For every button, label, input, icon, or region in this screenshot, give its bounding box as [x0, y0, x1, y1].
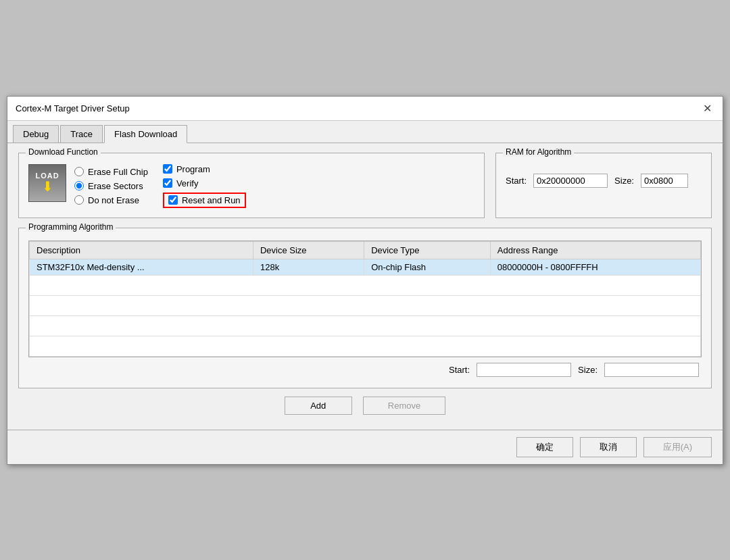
erase-full-chip-option[interactable]: Erase Full Chip: [74, 167, 148, 177]
remove-button[interactable]: Remove: [363, 397, 445, 415]
footer: 确定 取消 应用(A): [7, 430, 723, 464]
col-device-size: Device Size: [253, 241, 364, 259]
cell-device-type: On-chip Flash: [364, 259, 491, 275]
erase-full-chip-radio[interactable]: [74, 167, 84, 176]
cell-description: STM32F10x Med-density ...: [30, 259, 253, 275]
ram-size-label: Size:: [614, 176, 634, 186]
reset-and-run-option[interactable]: Reset and Run: [168, 195, 241, 205]
main-window: Cortex-M Target Driver Setup ✕ Debug Tra…: [7, 96, 723, 465]
programming-algorithm-section: Programming Algorithm Description Device…: [18, 228, 712, 388]
erase-options: Erase Full Chip Erase Sectors Do not Era…: [74, 164, 148, 208]
tab-bar: Debug Trace Flash Download: [7, 121, 723, 143]
table-empty-row: [30, 315, 701, 336]
tab-trace[interactable]: Trace: [60, 125, 103, 143]
tab-debug[interactable]: Debug: [13, 125, 59, 143]
programming-algorithm-label: Programming Algorithm: [26, 222, 116, 232]
ram-start-label: Start:: [506, 176, 527, 186]
table-empty-row: [30, 295, 701, 315]
program-checkbox[interactable]: [163, 164, 172, 174]
tab-flash-download[interactable]: Flash Download: [104, 125, 187, 143]
reset-and-run-checkbox[interactable]: [168, 195, 178, 205]
ram-start-input[interactable]: 0x20000000: [533, 174, 608, 188]
algo-size-input[interactable]: [604, 363, 699, 377]
df-inner: LOAD ⬇ Erase Full Chip Erase Sectors: [28, 164, 474, 208]
main-content: Download Function LOAD ⬇ Erase Full Chi: [7, 143, 723, 430]
algo-start-label: Start:: [449, 365, 470, 375]
window-title: Cortex-M Target Driver Setup: [16, 103, 130, 113]
top-section: Download Function LOAD ⬇ Erase Full Chi: [18, 153, 712, 218]
table-row[interactable]: STM32F10x Med-density ... 128k On-chip F…: [30, 259, 701, 275]
cell-address-range: 08000000H - 0800FFFFH: [490, 259, 700, 275]
apply-button[interactable]: 应用(A): [643, 437, 712, 457]
erase-sectors-radio[interactable]: [74, 181, 84, 190]
ram-fields: Start: 0x20000000 Size: 0x0800: [506, 174, 702, 188]
algo-bottom-fields: Start: Size:: [28, 363, 702, 377]
table-header: Description Device Size Device Type Addr…: [30, 241, 701, 259]
reset-and-run-box: Reset and Run: [163, 193, 246, 208]
action-options: Program Verify Reset and Run: [163, 164, 246, 208]
add-button[interactable]: Add: [285, 397, 352, 415]
table-empty-row: [30, 275, 701, 295]
erase-sectors-option[interactable]: Erase Sectors: [74, 181, 148, 191]
title-bar: Cortex-M Target Driver Setup ✕: [7, 97, 723, 121]
ram-size-input[interactable]: 0x0800: [641, 174, 688, 188]
load-icon: LOAD ⬇: [28, 164, 66, 202]
action-buttons: Add Remove: [18, 397, 712, 415]
table-header-row: Description Device Size Device Type Addr…: [30, 241, 701, 259]
verify-option[interactable]: Verify: [163, 178, 246, 188]
algo-start-input[interactable]: [477, 363, 571, 377]
col-description: Description: [30, 241, 253, 259]
ram-algorithm-group: RAM for Algorithm Start: 0x20000000 Size…: [495, 153, 712, 218]
cancel-button[interactable]: 取消: [580, 437, 637, 457]
ok-button[interactable]: 确定: [516, 437, 573, 457]
do-not-erase-option[interactable]: Do not Erase: [74, 195, 148, 205]
col-device-type: Device Type: [364, 241, 491, 259]
download-function-group: Download Function LOAD ⬇ Erase Full Chi: [18, 153, 485, 218]
verify-checkbox[interactable]: [163, 178, 172, 188]
ram-algorithm-label: RAM for Algorithm: [503, 147, 574, 157]
close-button[interactable]: ✕: [700, 102, 714, 115]
table-body: STM32F10x Med-density ... 128k On-chip F…: [30, 259, 701, 356]
programming-algorithm-group: Programming Algorithm Description Device…: [18, 228, 712, 388]
algo-size-label: Size:: [578, 365, 598, 375]
program-option[interactable]: Program: [163, 164, 246, 174]
cell-device-size: 128k: [253, 259, 364, 275]
algorithm-table-container: Description Device Size Device Type Addr…: [28, 240, 702, 357]
col-address-range: Address Range: [490, 241, 700, 259]
download-function-label: Download Function: [26, 147, 101, 157]
do-not-erase-radio[interactable]: [74, 195, 84, 205]
algorithm-table: Description Device Size Device Type Addr…: [29, 241, 701, 357]
table-empty-row: [30, 336, 701, 356]
